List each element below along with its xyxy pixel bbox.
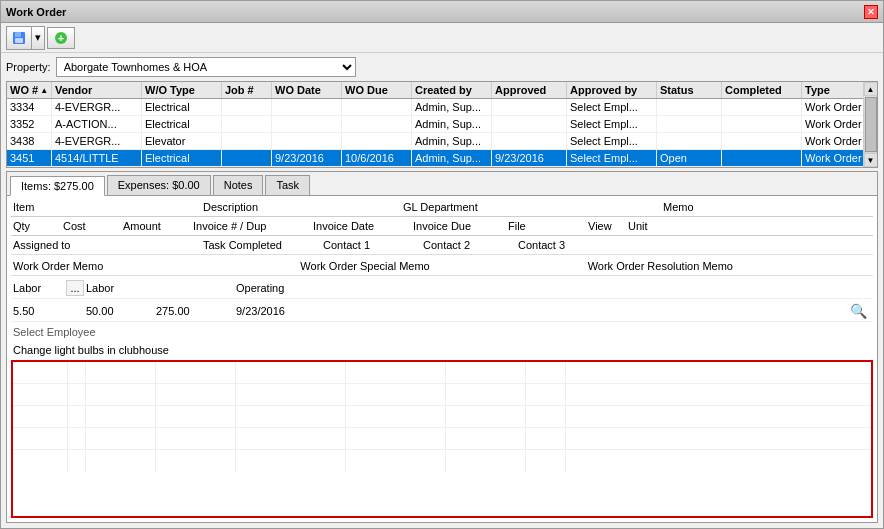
item-label: Item (11, 200, 121, 214)
work-order-grid: WO # ▲ Vendor W/O Type Job # WO Date WO … (6, 81, 878, 168)
toolbar: ▾ + (1, 23, 883, 53)
blank4 (796, 200, 846, 214)
col-approved: Approved (492, 82, 567, 98)
property-bar: Property: Aborgate Townhomes & HOA (1, 53, 883, 81)
cell-approved (492, 99, 567, 115)
main-content: WO # ▲ Vendor W/O Type Job # WO Date WO … (1, 81, 883, 528)
cell-completed (722, 133, 802, 149)
save-dropdown-arrow[interactable]: ▾ (32, 27, 44, 49)
window-title: Work Order (6, 6, 864, 18)
cost-label: Cost (61, 219, 121, 233)
cell-completed (722, 150, 802, 166)
labor-type: Labor (84, 281, 154, 295)
save-button[interactable] (7, 27, 32, 49)
scroll-down-arrow[interactable]: ▼ (864, 153, 878, 167)
cell-due: 10/6/2016 (342, 150, 412, 166)
er3c5 (236, 406, 346, 427)
cell-date: 9/23/2016 (272, 150, 342, 166)
er2c9 (566, 384, 616, 405)
table-row[interactable]: 3438 4-EVERGR... Elevator Admin, Sup... … (7, 133, 863, 150)
grid-scrollbar[interactable]: ▲ ▼ (863, 82, 877, 167)
svg-text:+: + (58, 32, 64, 44)
er5c9 (566, 450, 616, 472)
dots-btn[interactable]: ... (66, 280, 84, 296)
search-icon[interactable]: 🔍 (843, 303, 873, 319)
add-button[interactable]: + (47, 27, 75, 49)
cell-type: Elevator (142, 133, 222, 149)
operating-label: Operating (234, 281, 344, 295)
er2c8 (526, 384, 566, 405)
col-wotype: Type (802, 82, 863, 98)
tabs-bar: Items: $275.00 Expenses: $0.00 Notes Tas… (7, 172, 877, 196)
er4c9 (566, 428, 616, 449)
cell-due (342, 133, 412, 149)
unit-label: Unit (626, 219, 676, 233)
sort-arrow: ▲ (40, 86, 48, 95)
cell-vendor: 4514/LITTLE (52, 150, 142, 166)
tab-expenses[interactable]: Expenses: $0.00 (107, 175, 211, 195)
table-row[interactable]: 3334 4-EVERGR... Electrical Admin, Sup..… (7, 99, 863, 116)
cell-approved (492, 133, 567, 149)
cell-date (272, 116, 342, 132)
select-employee-row: Select Employee (11, 324, 873, 340)
ec7 (446, 362, 526, 383)
er4c5 (236, 428, 346, 449)
tab-task[interactable]: Task (265, 175, 310, 195)
detail-header-3: Assigned to Task Completed Contact 1 Con… (11, 238, 873, 255)
col-created: Created by (412, 82, 492, 98)
col-wo: WO # ▲ (7, 82, 52, 98)
labor-amount: 275.00 (154, 304, 234, 318)
er4c1 (13, 428, 68, 449)
cell-vendor: 4-EVERGR... (52, 133, 142, 149)
assigned-label: Assigned to (11, 238, 121, 252)
labor-qty: 5.50 (11, 304, 66, 318)
cell-due (342, 99, 412, 115)
blank-h3b (606, 238, 696, 252)
cell-created: Admin, Sup... (412, 150, 492, 166)
er2c1 (13, 384, 68, 405)
memo-label: Memo (661, 200, 751, 214)
desc-label: Description (201, 200, 401, 214)
empty-row-3 (13, 406, 871, 428)
wo-memo-label: Work Order Memo (11, 259, 298, 273)
cell-vendor: A-ACTION... (52, 116, 142, 132)
er4c3 (86, 428, 156, 449)
table-row[interactable]: 3352 A-ACTION... Electrical Admin, Sup..… (7, 116, 863, 133)
cell-job (222, 150, 272, 166)
property-select[interactable]: Aborgate Townhomes & HOA (56, 57, 356, 77)
detail-header-2: Qty Cost Amount Invoice # / Dup Invoice … (11, 219, 873, 236)
er4c6 (346, 428, 446, 449)
labor-date: 9/23/2016 (234, 304, 344, 318)
blank1 (121, 200, 201, 214)
cell-created: Admin, Sup... (412, 99, 492, 115)
blank3 (751, 200, 796, 214)
memo-labels-row: Work Order Memo Work Order Special Memo … (11, 257, 873, 276)
resolution-memo-label: Work Order Resolution Memo (586, 259, 873, 273)
ec3 (86, 362, 156, 383)
table-row-selected[interactable]: 3451 4514/LITTLE Electrical 9/23/2016 10… (7, 150, 863, 167)
cell-date (272, 133, 342, 149)
tab-items[interactable]: Items: $275.00 (10, 176, 105, 196)
close-button[interactable]: ✕ (864, 5, 878, 19)
detail-header-1: Item Description GL Department Memo (11, 200, 873, 217)
er5c4 (156, 450, 236, 472)
scroll-up-arrow[interactable]: ▲ (864, 82, 878, 96)
er3c6 (346, 406, 446, 427)
grid-wrapper: WO # ▲ Vendor W/O Type Job # WO Date WO … (7, 82, 877, 167)
notes-text: Change light bulbs in clubhouse (13, 344, 169, 356)
invoice-num-label: Invoice # / Dup (191, 219, 311, 233)
cell-status (657, 116, 722, 132)
tab-notes[interactable]: Notes (213, 175, 264, 195)
cell-type: Electrical (142, 116, 222, 132)
blank-h3 (121, 238, 201, 252)
er5c3 (86, 450, 156, 472)
er4c7 (446, 428, 526, 449)
er5c7 (446, 450, 526, 472)
cell-job (222, 116, 272, 132)
cell-wo: 3438 (7, 133, 52, 149)
cell-wo: 3334 (7, 99, 52, 115)
scroll-thumb[interactable] (865, 97, 877, 152)
task-completed-label: Task Completed (201, 238, 321, 252)
er3c8 (526, 406, 566, 427)
col-completed: Completed (722, 82, 802, 98)
